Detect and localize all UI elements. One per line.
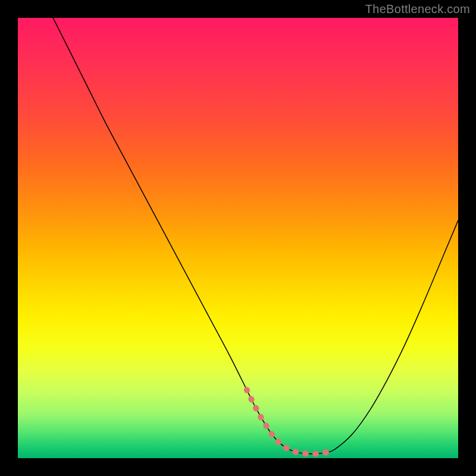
watermark: TheBottleneck.com bbox=[365, 2, 470, 16]
highlight-segment bbox=[247, 390, 335, 454]
curve-line bbox=[53, 18, 458, 454]
plot-area bbox=[18, 18, 458, 458]
chart-frame: TheBottleneck.com bbox=[0, 0, 476, 476]
chart-svg bbox=[18, 18, 458, 458]
